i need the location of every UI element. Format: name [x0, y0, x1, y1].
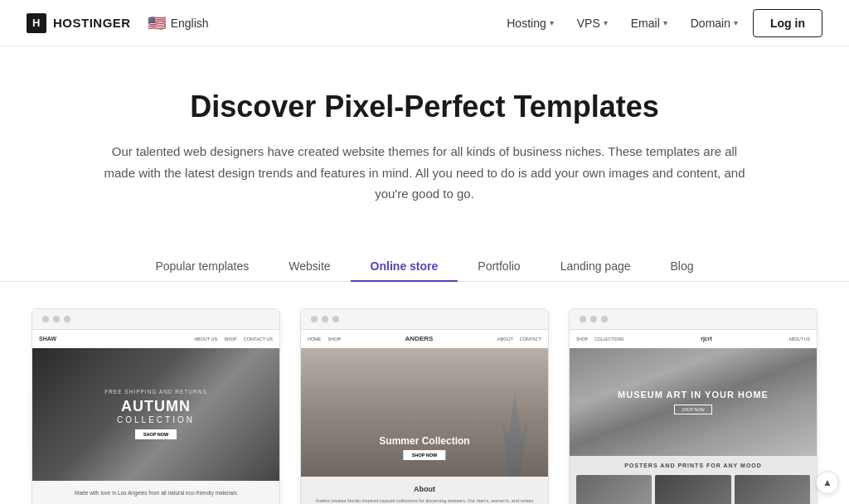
chevron-down-icon: ▾: [734, 18, 738, 27]
window-dot-yellow: [53, 316, 60, 322]
navbar: H HOSTINGER 🇺🇸 English Hosting ▾ VPS ▾ E…: [0, 0, 849, 46]
nav-vps[interactable]: VPS ▾: [569, 13, 616, 33]
t1-nav: ABOUT US SHOP CONTACT US: [194, 337, 273, 342]
t1-hero-label: FREE SHIPPING AND RETURNS: [104, 389, 207, 395]
template-card-rjcrt[interactable]: SHOP COLLECTIONS rjcrt ABOUT US MUSEUM A…: [569, 308, 817, 505]
flag-icon: 🇺🇸: [148, 14, 166, 32]
login-button[interactable]: Log in: [753, 9, 822, 37]
t3-hero-title: MUSEUM ART IN YOUR HOME: [618, 390, 769, 400]
t2-about-section: About Anders creates Nordic-inspired cap…: [301, 477, 548, 505]
category-tabs: Popular templates Website Online store P…: [0, 251, 849, 282]
nav-domain[interactable]: Domain ▾: [682, 13, 746, 33]
t3-hero-image: MUSEUM ART IN YOUR HOME SHOP NOW: [570, 348, 817, 456]
card-titlebar: [301, 309, 548, 330]
gallery-item-3: THE GREAT IN FLOWER: [735, 475, 810, 505]
t2-nav-right: ABOUT CONTACT: [497, 337, 541, 342]
window-dot-green: [601, 316, 608, 322]
tab-online-store[interactable]: Online store: [351, 251, 458, 281]
t3-topbar: SHOP COLLECTIONS rjcrt ABOUT US: [570, 330, 817, 348]
hero-title: Discover Pixel-Perfect Templates: [27, 90, 822, 124]
t3-site-name: rjcrt: [701, 336, 712, 342]
t1-hero-text: FREE SHIPPING AND RETURNS AUTUMN COLLECT…: [104, 389, 207, 439]
t3-gallery: THE SUMMER LADY IN THE BREEZE THE GREAT …: [570, 475, 817, 505]
card-titlebar: [32, 309, 279, 330]
chevron-down-icon: ▾: [663, 18, 667, 27]
hero-section: Discover Pixel-Perfect Templates Our tal…: [0, 46, 849, 221]
chevron-down-icon: ▾: [550, 18, 554, 27]
t3-cta-button[interactable]: SHOP NOW: [674, 405, 712, 414]
hero-description: Our talented web designers have created …: [101, 141, 748, 205]
card-titlebar: [570, 309, 817, 330]
t2-site-name: ANDERS: [405, 335, 434, 342]
window-dot-yellow: [590, 316, 597, 322]
t1-hero-image: FREE SHIPPING AND RETURNS AUTUMN COLLECT…: [32, 348, 279, 481]
template-preview-anders: HOME SHOP ANDERS ABOUT CONTACT Summer Co…: [301, 330, 548, 505]
window-dot-red: [311, 316, 318, 322]
t1-bottom: Made with love in Los Angeles from all n…: [32, 481, 279, 505]
scroll-to-top[interactable]: ▲: [816, 471, 839, 494]
tab-portfolio[interactable]: Portfolio: [458, 251, 540, 281]
t2-hero-image: Summer Collection SHOP NOW: [301, 348, 548, 477]
template-card-anders[interactable]: HOME SHOP ANDERS ABOUT CONTACT Summer Co…: [300, 308, 549, 505]
t1-hero-subtitle: COLLECTION: [104, 415, 207, 424]
language-selector[interactable]: 🇺🇸 English: [148, 14, 209, 32]
template-card-shaw[interactable]: SHAW ABOUT US SHOP CONTACT US FREE SHIPP…: [32, 308, 280, 505]
nav-email[interactable]: Email ▾: [623, 13, 676, 33]
window-dot-green: [332, 316, 339, 322]
template-preview-rjcrt: SHOP COLLECTIONS rjcrt ABOUT US MUSEUM A…: [570, 330, 817, 505]
t1-body-text: Made with love in Los Angeles from all n…: [42, 489, 269, 497]
t3-nav-left: SHOP COLLECTIONS: [576, 337, 623, 342]
t2-hero-label: Summer Collection SHOP NOW: [379, 435, 469, 460]
logo-icon: H: [27, 13, 46, 33]
tab-popular[interactable]: Popular templates: [135, 251, 269, 281]
logo[interactable]: H HOSTINGER: [27, 13, 131, 33]
language-label: English: [171, 17, 209, 30]
tab-landing-page[interactable]: Landing page: [541, 251, 651, 281]
t1-hero-title: AUTUMN: [104, 398, 207, 415]
templates-grid: SHAW ABOUT US SHOP CONTACT US FREE SHIPP…: [0, 308, 849, 505]
t1-cta-button[interactable]: SHOP NOW: [135, 429, 177, 439]
window-dot-red: [42, 316, 49, 322]
plant-decoration: [498, 394, 531, 477]
t2-cta-button[interactable]: SHOP NOW: [404, 450, 445, 460]
window-dot-yellow: [322, 316, 328, 322]
template-preview-shaw: SHAW ABOUT US SHOP CONTACT US FREE SHIPP…: [32, 330, 279, 505]
tab-website[interactable]: Website: [269, 251, 350, 281]
t2-topbar: HOME SHOP ANDERS ABOUT CONTACT: [301, 330, 548, 348]
t3-nav-right: ABOUT US: [789, 337, 810, 342]
t2-about-title: About: [311, 485, 538, 493]
window-dot-red: [580, 316, 586, 322]
t3-hero-text: MUSEUM ART IN YOUR HOME SHOP NOW: [618, 390, 769, 414]
tab-blog[interactable]: Blog: [651, 251, 714, 281]
t2-nav-left: HOME SHOP: [308, 337, 341, 342]
t2-about-text: Anders creates Nordic-inspired capsule c…: [311, 497, 538, 505]
t3-subtitle: POSTERS AND PRINTS FOR ANY MOOD: [570, 456, 817, 475]
brand-name: HOSTINGER: [53, 16, 131, 30]
nav-links: Hosting ▾ VPS ▾ Email ▾ Domain ▾ Log in: [498, 9, 822, 37]
chevron-down-icon: ▾: [604, 18, 608, 27]
nav-hosting[interactable]: Hosting ▾: [498, 13, 561, 33]
window-dot-green: [64, 316, 70, 322]
gallery-item-2: LADY IN THE BREEZE: [655, 475, 730, 505]
gallery-item-1: THE SUMMER: [576, 475, 652, 505]
t1-topbar: SHAW ABOUT US SHOP CONTACT US: [32, 330, 279, 348]
